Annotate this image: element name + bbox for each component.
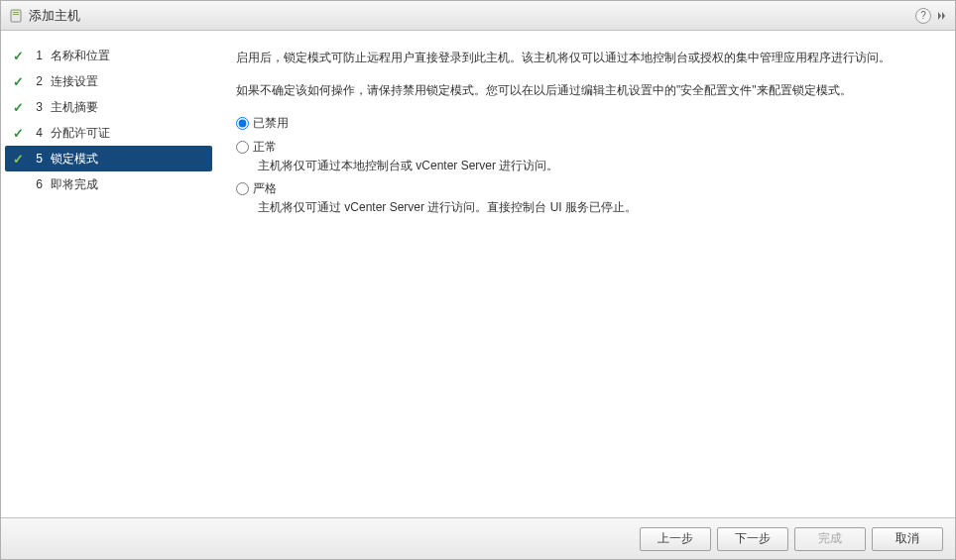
checkmark-icon: ✓ [11, 152, 25, 167]
step-item-6[interactable]: 6 即将完成 [1, 171, 216, 197]
radio-text: 严格 [253, 179, 277, 198]
svg-rect-1 [13, 12, 19, 13]
radio-text: 已禁用 [253, 114, 289, 133]
wizard-title: 添加主机 [29, 7, 80, 25]
help-icon[interactable]: ? [915, 8, 931, 24]
finish-button: 完成 [794, 527, 866, 551]
step-item-4[interactable]: ✓ 4 分配许可证 [1, 120, 216, 146]
svg-rect-2 [13, 14, 19, 15]
step-item-3[interactable]: ✓ 3 主机摘要 [1, 94, 216, 120]
step-item-5[interactable]: ✓ 5 锁定模式 [5, 146, 212, 171]
step-number: 5 [33, 152, 43, 166]
wizard-header: 添加主机 ? [1, 1, 955, 31]
cancel-button[interactable]: 取消 [872, 527, 943, 551]
content-paragraph-2: 如果不确定该如何操作，请保持禁用锁定模式。您可以在以后通过编辑主机设置中的"安全… [236, 81, 935, 100]
expand-icon[interactable] [937, 11, 947, 21]
step-number: 3 [33, 100, 43, 114]
step-number: 2 [33, 74, 43, 88]
radio-normal[interactable] [236, 141, 249, 154]
next-button[interactable]: 下一步 [717, 527, 788, 551]
radio-label-normal[interactable]: 正常 [236, 138, 935, 157]
step-label: 名称和位置 [51, 48, 208, 64]
lockdown-mode-radio-group: 已禁用 正常 主机将仅可通过本地控制台或 vCenter Server 进行访问… [236, 114, 935, 217]
step-label: 锁定模式 [51, 151, 208, 168]
header-right: ? [915, 8, 947, 24]
step-label: 分配许可证 [51, 125, 208, 142]
checkmark-icon: ✓ [11, 126, 25, 141]
radio-desc-normal: 主机将仅可通过本地控制台或 vCenter Server 进行访问。 [258, 157, 935, 175]
step-number: 6 [33, 177, 43, 191]
step-item-1[interactable]: ✓ 1 名称和位置 [1, 43, 216, 68]
radio-option-strict: 严格 主机将仅可通过 vCenter Server 进行访问。直接控制台 UI … [236, 179, 935, 217]
step-label: 连接设置 [51, 73, 208, 90]
step-label: 即将完成 [51, 176, 208, 193]
wizard-dialog: 添加主机 ? ✓ 1 名称和位置 ✓ 2 连接设置 [0, 0, 956, 560]
svg-rect-0 [11, 10, 21, 22]
content-paragraph-1: 启用后，锁定模式可防止远程用户直接登录到此主机。该主机将仅可以通过本地控制台或授… [236, 49, 935, 67]
wizard-footer: 上一步 下一步 完成 取消 [1, 517, 955, 559]
header-left: 添加主机 [9, 7, 80, 25]
checkmark-icon: ✓ [11, 49, 25, 63]
wizard-content: 启用后，锁定模式可防止远程用户直接登录到此主机。该主机将仅可以通过本地控制台或授… [216, 31, 955, 517]
checkmark-icon: ✓ [11, 100, 25, 115]
host-icon [9, 8, 23, 24]
radio-label-strict[interactable]: 严格 [236, 179, 935, 198]
radio-text: 正常 [253, 138, 277, 157]
radio-strict[interactable] [236, 182, 249, 195]
radio-option-disabled: 已禁用 [236, 114, 935, 133]
checkmark-icon: ✓ [11, 74, 25, 89]
wizard-sidebar: ✓ 1 名称和位置 ✓ 2 连接设置 ✓ 3 主机摘要 ✓ 4 分配许可证 ✓ [1, 31, 216, 517]
back-button[interactable]: 上一步 [640, 527, 711, 551]
radio-desc-strict: 主机将仅可通过 vCenter Server 进行访问。直接控制台 UI 服务已… [258, 198, 935, 217]
wizard-body: ✓ 1 名称和位置 ✓ 2 连接设置 ✓ 3 主机摘要 ✓ 4 分配许可证 ✓ [1, 31, 955, 517]
step-item-2[interactable]: ✓ 2 连接设置 [1, 68, 216, 94]
radio-label-disabled[interactable]: 已禁用 [236, 114, 935, 133]
step-number: 4 [33, 126, 43, 140]
radio-option-normal: 正常 主机将仅可通过本地控制台或 vCenter Server 进行访问。 [236, 138, 935, 175]
radio-disabled[interactable] [236, 117, 249, 130]
step-label: 主机摘要 [51, 99, 208, 116]
step-number: 1 [33, 49, 43, 62]
